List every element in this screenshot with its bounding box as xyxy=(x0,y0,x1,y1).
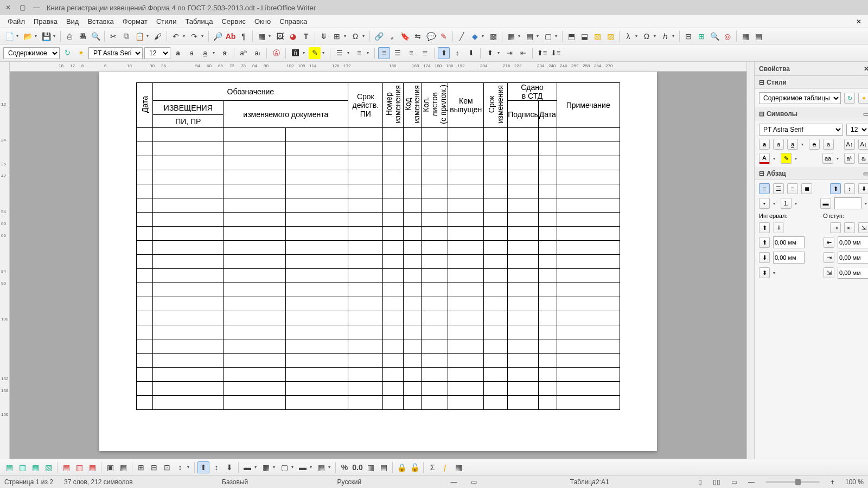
table-cell[interactable] xyxy=(224,184,286,198)
table-cell[interactable] xyxy=(448,297,484,311)
table-cell[interactable] xyxy=(484,170,508,184)
insert-col-right-icon[interactable]: ▧ xyxy=(42,461,54,473)
merge-cells-icon[interactable]: ⊞ xyxy=(135,461,147,473)
table-cell[interactable] xyxy=(538,213,557,227)
table-cell[interactable] xyxy=(224,368,286,382)
table-cell[interactable] xyxy=(137,198,153,213)
zoom-thumb[interactable] xyxy=(795,479,801,485)
table-cell[interactable] xyxy=(508,311,538,325)
table-cell[interactable] xyxy=(448,184,484,198)
panel-bullets-icon[interactable]: • xyxy=(759,198,770,209)
panel-ind-inc-icon[interactable]: ⇥ xyxy=(830,222,841,233)
insert-field-icon[interactable]: ⊞ xyxy=(331,30,343,42)
table-cell[interactable] xyxy=(153,241,224,255)
undo-dropdown[interactable]: ▾ xyxy=(183,34,187,38)
doc-view-icon[interactable]: ▤ xyxy=(524,30,535,42)
valign-top-icon[interactable]: ⬆ xyxy=(438,47,450,59)
table-cell[interactable] xyxy=(137,255,153,269)
panel-fontcolor-dd[interactable]: ▾ xyxy=(773,156,777,161)
table-cell[interactable] xyxy=(286,283,348,297)
table-cell[interactable] xyxy=(153,368,224,382)
table-cell[interactable] xyxy=(422,241,448,255)
table-cell[interactable] xyxy=(404,382,422,396)
table-cell[interactable] xyxy=(286,255,348,269)
table-cell[interactable] xyxy=(484,311,508,325)
status-words[interactable]: 37 слов, 212 символов xyxy=(64,478,133,486)
table-cell[interactable] xyxy=(508,283,538,297)
table-cell[interactable] xyxy=(422,354,448,368)
panel-underline-dd[interactable]: ▾ xyxy=(801,142,806,147)
zoom-out-icon[interactable]: — xyxy=(748,478,755,486)
align-right-icon[interactable]: ≡ xyxy=(405,47,417,59)
frame-dropdown[interactable]: ▾ xyxy=(555,34,559,38)
table-cell[interactable] xyxy=(224,269,286,283)
export-pdf-icon[interactable]: ⎙ xyxy=(63,30,75,42)
table-cell[interactable] xyxy=(422,227,448,241)
table-cell[interactable] xyxy=(137,156,153,170)
table-cell[interactable] xyxy=(153,382,224,396)
docview-dropdown[interactable]: ▾ xyxy=(537,34,541,38)
extra-icon-2[interactable]: ▤ xyxy=(752,30,764,42)
panel-underline-icon[interactable]: a xyxy=(787,139,798,150)
table-cell[interactable] xyxy=(224,156,286,170)
table-cell[interactable] xyxy=(508,156,538,170)
table-cell[interactable] xyxy=(508,339,538,354)
grid-dropdown[interactable]: ▾ xyxy=(518,34,522,38)
table-cell[interactable] xyxy=(286,368,348,382)
endnote-icon[interactable]: ▨ xyxy=(604,30,616,42)
section-symbols[interactable]: ⊟Символы▭ xyxy=(755,107,868,120)
table-cell[interactable] xyxy=(404,213,422,227)
table-cell[interactable] xyxy=(484,241,508,255)
table-cell[interactable] xyxy=(538,382,557,396)
optimize-icon[interactable]: ↕ xyxy=(174,461,186,473)
open-dropdown[interactable]: ▾ xyxy=(35,34,39,38)
table-cell[interactable] xyxy=(153,297,224,311)
undo-icon[interactable]: ↶ xyxy=(170,30,182,42)
superscript-icon[interactable]: aᵇ xyxy=(238,47,250,59)
table-cell[interactable] xyxy=(557,142,620,156)
table-cell[interactable] xyxy=(348,156,383,170)
omega-icon[interactable]: Ω xyxy=(641,30,653,42)
table-cell[interactable] xyxy=(383,128,404,142)
table-cell[interactable] xyxy=(348,213,383,227)
comment-icon[interactable]: 💬 xyxy=(425,30,437,42)
panel-valign-top-icon[interactable]: ⬆ xyxy=(830,183,841,194)
table-cell[interactable] xyxy=(153,255,224,269)
table-cell[interactable] xyxy=(484,339,508,354)
table-cell[interactable] xyxy=(153,339,224,354)
panel-sp-inc-icon[interactable]: ⬆ xyxy=(759,222,770,233)
table-cell[interactable] xyxy=(383,213,404,227)
print-icon[interactable]: 🖶 xyxy=(76,30,88,42)
table-cell[interactable] xyxy=(422,184,448,198)
special-char-dropdown[interactable]: ▾ xyxy=(362,34,367,38)
para-space-inc-icon[interactable]: ⬆≡ xyxy=(536,47,548,59)
paste-dropdown[interactable]: ▾ xyxy=(146,34,151,38)
table-cell[interactable] xyxy=(137,297,153,311)
table-cell[interactable] xyxy=(538,283,557,297)
new-doc-icon[interactable]: 📄 xyxy=(3,30,15,42)
table-cell[interactable] xyxy=(508,198,538,213)
formula-icon[interactable]: ℎ xyxy=(659,30,671,42)
table-cell[interactable] xyxy=(448,354,484,368)
number-format-more-icon[interactable]: ▤ xyxy=(378,461,390,473)
table-cell[interactable] xyxy=(422,255,448,269)
menu-tools[interactable]: Сервис xyxy=(217,16,250,27)
table-cell[interactable] xyxy=(484,198,508,213)
bg-dd[interactable]: ▾ xyxy=(310,465,314,470)
table-row[interactable] xyxy=(137,396,620,410)
table-cell[interactable] xyxy=(137,339,153,354)
panel-bullets-dd[interactable]: ▾ xyxy=(773,201,777,206)
table-cell[interactable] xyxy=(484,297,508,311)
border-style-dd[interactable]: ▾ xyxy=(254,465,259,470)
table-cell[interactable] xyxy=(484,156,508,170)
table-cell[interactable] xyxy=(286,339,348,354)
table-cell[interactable] xyxy=(286,213,348,227)
insert-row-below-icon[interactable]: ▥ xyxy=(16,461,28,473)
table-cell[interactable] xyxy=(383,156,404,170)
copy-icon[interactable]: ⧉ xyxy=(120,30,132,42)
table-cell[interactable] xyxy=(383,170,404,184)
border-color-dd[interactable]: ▾ xyxy=(273,465,277,470)
table-cell[interactable] xyxy=(422,170,448,184)
draw-functions-icon[interactable]: ▩ xyxy=(487,30,499,42)
table-row[interactable] xyxy=(137,241,620,255)
